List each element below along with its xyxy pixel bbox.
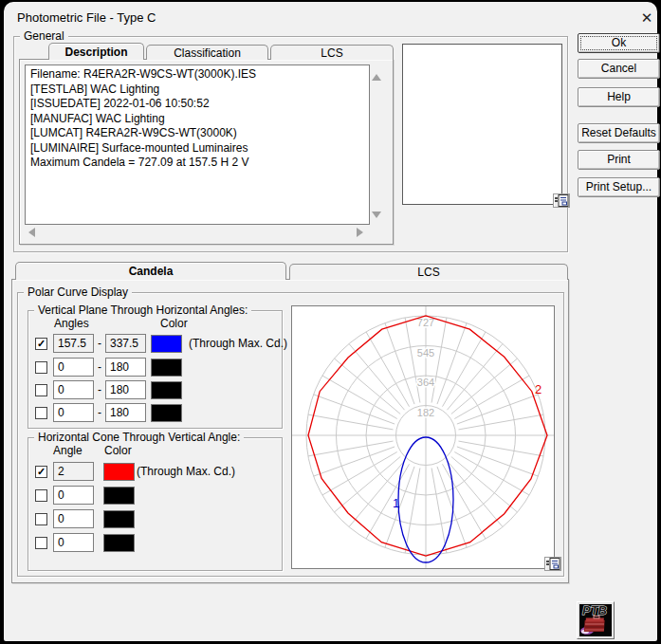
description-line: [LUMCAT] R4ERA2R-W9CS-WT(3000K) bbox=[30, 126, 364, 141]
tab-candela[interactable]: Candela bbox=[15, 262, 286, 280]
angle-input[interactable] bbox=[53, 334, 94, 353]
range-dash: - bbox=[98, 337, 101, 350]
color-swatch[interactable] bbox=[103, 510, 135, 528]
horizontal-cone-row: ✓(Through Max. Cd.) bbox=[28, 462, 282, 482]
row-checkbox[interactable] bbox=[35, 384, 47, 396]
tab-lcs-top-label: LCS bbox=[321, 46, 342, 60]
angle-input[interactable] bbox=[53, 509, 94, 528]
vertical-plane-row: ✓-(Through Max. Cd.) bbox=[28, 334, 282, 354]
tab-lcs-bottom-label: LCS bbox=[417, 266, 439, 279]
ring-label: 364 bbox=[417, 377, 434, 388]
range-dash: - bbox=[98, 406, 101, 419]
description-line: Filename: R4ERA2R-W9CS-WT(3000K).IES bbox=[30, 67, 364, 83]
luminaire-preview-box bbox=[402, 44, 562, 205]
vertical-plane-groupbox: Vertical Plane Through Horizontal Angles… bbox=[28, 310, 283, 429]
description-line: [ISSUEDATE] 2022-01-06 10:50:52 bbox=[30, 97, 364, 112]
row-checkbox[interactable] bbox=[35, 489, 47, 502]
row-checkbox[interactable] bbox=[35, 537, 47, 549]
through-max-note: (Through Max. Cd.) bbox=[137, 465, 235, 478]
notes-glyph bbox=[554, 194, 569, 207]
help-button[interactable]: Help bbox=[578, 87, 660, 107]
scroll-left-icon[interactable] bbox=[28, 228, 35, 237]
ring-label: 727 bbox=[417, 317, 434, 328]
color-column-header: Color bbox=[160, 317, 188, 330]
description-text[interactable]: Filename: R4ERA2R-W9CS-WT(3000K).IES[TES… bbox=[25, 64, 370, 225]
close-icon[interactable]: ✕ bbox=[633, 7, 660, 28]
vertical-plane-row: - bbox=[28, 403, 282, 423]
polar-chart: 18236454572721 bbox=[291, 305, 555, 569]
angle-input[interactable] bbox=[53, 486, 94, 505]
scroll-up-icon[interactable] bbox=[372, 74, 381, 81]
horizontal-cone-groupbox: Horizontal Cone Through Vertical Angle: … bbox=[28, 437, 283, 571]
curve-label-2: 2 bbox=[535, 382, 542, 396]
angle-input[interactable] bbox=[53, 533, 94, 552]
color-swatch[interactable] bbox=[151, 335, 182, 353]
angle-input[interactable] bbox=[53, 462, 94, 481]
row-checkbox[interactable]: ✓ bbox=[35, 338, 47, 350]
horizontal-cone-row bbox=[28, 509, 282, 529]
color-swatch[interactable] bbox=[103, 534, 135, 552]
range-dash: - bbox=[98, 360, 101, 374]
angle-input[interactable] bbox=[105, 380, 146, 399]
tab-lcs-top[interactable]: LCS bbox=[270, 45, 394, 60]
vertical-plane-row: - bbox=[28, 358, 282, 377]
angle-input[interactable] bbox=[53, 380, 94, 399]
angle-input[interactable] bbox=[105, 403, 146, 422]
angles-column-header: Angles bbox=[54, 317, 89, 330]
angle-input[interactable] bbox=[53, 403, 94, 422]
row-checkbox[interactable]: ✓ bbox=[35, 466, 47, 478]
ptb-logo[interactable]: PTB bbox=[577, 601, 615, 639]
polar-curve-display-label: Polar Curve Display bbox=[24, 285, 132, 299]
window-title: Photometric File - Type C bbox=[17, 10, 156, 25]
scroll-down-icon[interactable] bbox=[372, 212, 381, 218]
tab-description[interactable]: Description bbox=[48, 43, 144, 60]
ring-label: 545 bbox=[417, 347, 434, 359]
notes-icon[interactable] bbox=[553, 193, 570, 208]
color-swatch[interactable] bbox=[151, 359, 182, 377]
print-button[interactable]: Print bbox=[578, 150, 660, 170]
vertical-plane-row: - bbox=[28, 380, 282, 400]
print-setup-button[interactable]: Print Setup... bbox=[578, 177, 660, 197]
color-swatch[interactable] bbox=[103, 463, 135, 481]
color-column-header-2: Color bbox=[104, 444, 132, 457]
polar-chart-svg: 18236454572721 bbox=[292, 306, 554, 568]
range-dash: - bbox=[98, 383, 101, 396]
tab-classification-label: Classification bbox=[174, 46, 241, 60]
reset-defaults-button[interactable]: Reset Defaults bbox=[578, 123, 660, 143]
screen: Photometric File - Type C ✕ General Desc… bbox=[0, 0, 661, 644]
angle-input[interactable] bbox=[105, 358, 146, 377]
angle-column-header: Angle bbox=[53, 444, 83, 457]
angle-input[interactable] bbox=[53, 358, 94, 377]
tab-candela-label: Candela bbox=[129, 265, 174, 278]
description-line: [MANUFAC] WAC Lighting bbox=[30, 112, 364, 127]
tab-classification[interactable]: Classification bbox=[146, 45, 268, 60]
tab-lcs-bottom[interactable]: LCS bbox=[289, 264, 568, 280]
ok-button[interactable]: Ok bbox=[578, 33, 660, 53]
description-line: [TESTLAB] WAC Lighting bbox=[30, 83, 364, 98]
curve-label-1: 1 bbox=[393, 496, 399, 510]
scroll-right-icon[interactable] bbox=[357, 228, 363, 237]
angle-input[interactable] bbox=[105, 334, 146, 353]
ptb-logo-text: PTB bbox=[582, 603, 607, 617]
tab-description-label: Description bbox=[64, 46, 127, 59]
chart-notes-icon[interactable] bbox=[544, 557, 561, 571]
ptb-logo-image: PTB bbox=[578, 602, 614, 638]
row-checkbox[interactable] bbox=[35, 513, 47, 525]
row-checkbox[interactable] bbox=[35, 361, 47, 374]
color-swatch[interactable] bbox=[103, 487, 135, 505]
horizontal-cone-label: Horizontal Cone Through Vertical Angle: bbox=[34, 431, 244, 444]
horizontal-cone-row bbox=[28, 486, 282, 506]
general-group-label: General bbox=[20, 29, 68, 43]
color-swatch[interactable] bbox=[151, 381, 182, 399]
vertical-plane-label: Vertical Plane Through Horizontal Angles… bbox=[34, 304, 251, 317]
description-line: [LUMINAIRE] Surface-mounted Luminaires bbox=[30, 141, 364, 156]
chart-notes-glyph bbox=[545, 558, 560, 570]
row-checkbox[interactable] bbox=[35, 407, 47, 419]
photometric-dialog: Photometric File - Type C ✕ General Desc… bbox=[4, 2, 657, 641]
ring-label: 182 bbox=[417, 407, 434, 418]
cancel-button[interactable]: Cancel bbox=[578, 59, 660, 79]
horizontal-cone-row bbox=[28, 533, 282, 553]
color-swatch[interactable] bbox=[151, 404, 182, 422]
description-line: Maximum Candela = 727.09 at 157.5 H 2 V bbox=[30, 156, 364, 171]
through-max-note: (Through Max. Cd.) bbox=[189, 337, 287, 350]
